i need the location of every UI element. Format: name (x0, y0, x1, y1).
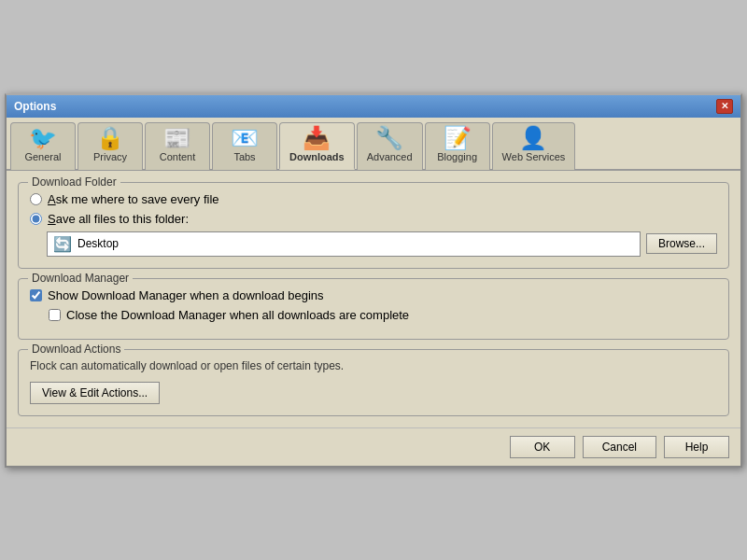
general-icon: 🐦 (29, 127, 57, 149)
title-bar-controls: ✕ (716, 99, 733, 114)
content-icon: 📰 (163, 127, 191, 149)
tab-content-label: Content (160, 151, 196, 162)
actions-description: Flock can automatically download or open… (30, 359, 717, 372)
browse-button[interactable]: Browse... (646, 233, 717, 254)
download-manager-group: Download Manager Show Download Manager w… (18, 278, 729, 340)
close-button[interactable]: ✕ (716, 99, 733, 114)
download-actions-group: Download Actions Flock can automatically… (18, 349, 729, 416)
folder-input-container: 🔄 (47, 231, 641, 257)
title-bar: Options ✕ (7, 95, 740, 118)
blogging-icon: 📝 (444, 127, 472, 149)
radio-ask-me-text: Ask me where to save every file (48, 192, 219, 206)
tab-tabs[interactable]: 📧 Tabs (212, 122, 277, 170)
downloads-icon: 📥 (303, 127, 331, 149)
ok-button[interactable]: OK (510, 436, 575, 458)
checkbox-close-manager[interactable]: Close the Download Manager when all down… (49, 308, 717, 322)
tab-privacy[interactable]: 🔒 Privacy (78, 122, 143, 170)
checkbox-close-manager-input[interactable] (49, 309, 61, 321)
view-edit-actions-button[interactable]: View & Edit Actions... (30, 382, 160, 404)
tab-general-label: General (24, 151, 61, 162)
tabs-icon: 📧 (231, 127, 259, 149)
checkbox-show-manager-text: Show Download Manager when a download be… (48, 288, 324, 302)
folder-path-input[interactable] (78, 237, 634, 250)
tab-downloads-label: Downloads (289, 151, 345, 162)
web-services-icon: 👤 (519, 127, 547, 149)
download-actions-label: Download Actions (28, 343, 124, 356)
download-manager-label: Download Manager (28, 272, 133, 285)
tab-content[interactable]: 📰 Content (145, 122, 210, 170)
checkbox-show-manager[interactable]: Show Download Manager when a download be… (30, 288, 717, 302)
tab-downloads[interactable]: 📥 Downloads (279, 122, 355, 170)
content-area: Download Folder Ask me where to save eve… (7, 171, 740, 427)
folder-row: 🔄 Browse... (47, 231, 717, 257)
tab-privacy-label: Privacy (93, 151, 127, 162)
tab-blogging[interactable]: 📝 Blogging (425, 122, 490, 170)
radio-ask-me-input[interactable] (30, 193, 42, 205)
tab-web-services[interactable]: 👤 Web Services (492, 122, 576, 170)
tab-advanced-label: Advanced (367, 151, 413, 162)
tab-advanced[interactable]: 🔧 Advanced (357, 122, 423, 170)
help-button[interactable]: Help (664, 436, 729, 458)
tab-web-services-label: Web Services (502, 151, 566, 162)
radio-save-folder[interactable]: Save all files to this folder: (30, 212, 717, 226)
download-folder-label: Download Folder (28, 175, 120, 189)
advanced-icon: 🔧 (375, 127, 403, 149)
download-folder-group: Download Folder Ask me where to save eve… (18, 182, 729, 269)
checkbox-close-manager-text: Close the Download Manager when all down… (66, 308, 409, 322)
cancel-button[interactable]: Cancel (583, 436, 656, 458)
tab-general[interactable]: 🐦 General (10, 122, 76, 170)
checkbox-show-manager-input[interactable] (30, 289, 42, 301)
bottom-bar: OK Cancel Help (7, 427, 740, 466)
tab-blogging-label: Blogging (437, 151, 477, 162)
tab-tabs-label: Tabs (233, 151, 255, 162)
tabs-bar: 🐦 General 🔒 Privacy 📰 Content 📧 Tabs 📥 D… (7, 118, 740, 171)
privacy-icon: 🔒 (96, 127, 124, 149)
options-window: Options ✕ 🐦 General 🔒 Privacy 📰 Content … (5, 93, 742, 468)
radio-save-folder-text: Save all files to this folder: (48, 212, 189, 226)
folder-icon: 🔄 (53, 235, 72, 253)
radio-ask-me[interactable]: Ask me where to save every file (30, 192, 717, 206)
radio-save-folder-input[interactable] (30, 213, 42, 225)
window-title: Options (14, 100, 56, 113)
